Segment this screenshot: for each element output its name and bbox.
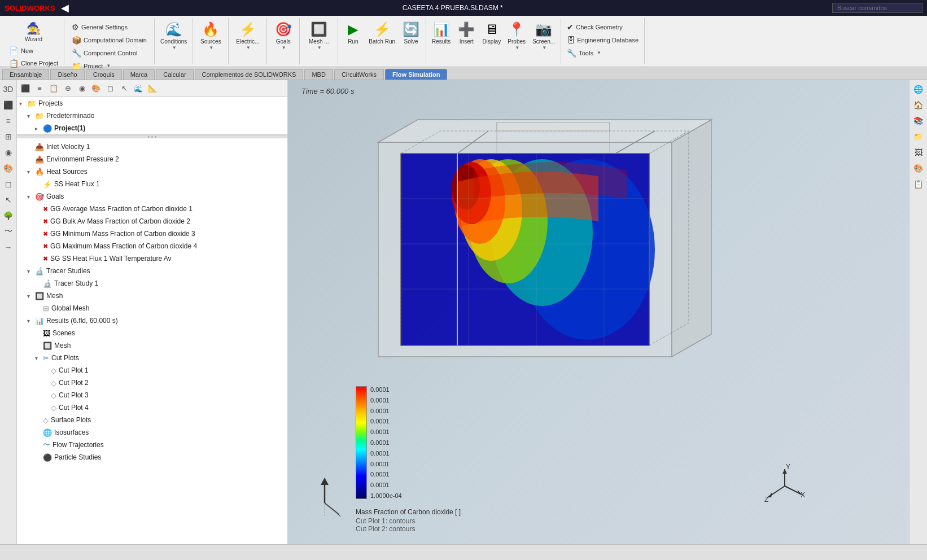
- tree-item-gg-min[interactable]: ✖ GG Minimum Mass Fraction of Carbon dio…: [17, 228, 287, 240]
- tree-item-surface-plots[interactable]: ◇ Surface Plots: [17, 414, 287, 426]
- results-button[interactable]: 📊 Results: [430, 20, 453, 46]
- search-input[interactable]: [832, 3, 922, 13]
- tab-flow-simulation[interactable]: Flow Simulation: [385, 69, 447, 80]
- tree-item-goals[interactable]: ▾ 🎯 Goals: [17, 190, 287, 203]
- toolbar-icon-4[interactable]: ⊕: [62, 82, 74, 95]
- tree-item-flow-trajectories[interactable]: 〜 Flow Trajectories: [17, 439, 287, 451]
- tree-item-mesh[interactable]: ▾ 🔲 Mesh: [17, 290, 287, 302]
- tree-item-ss-heat-flux[interactable]: ⚡ SS Heat Flux 1: [17, 178, 287, 190]
- tree-item-cut-plot1[interactable]: ◇ Cut Plot 1: [17, 364, 287, 377]
- tree-item-mesh-results[interactable]: 🔲 Mesh: [17, 339, 287, 352]
- tree-item-cut-plots[interactable]: ▾ ✂ Cut Plots: [17, 352, 287, 364]
- toolbar-icon-2[interactable]: ≡: [33, 82, 46, 95]
- tab-ensamblaje[interactable]: Ensamblaje: [2, 69, 49, 80]
- paint-icon[interactable]: 🎨: [2, 161, 15, 175]
- insert-button[interactable]: ➕ Insert: [455, 20, 478, 46]
- new-button[interactable]: 📄 New: [7, 45, 60, 56]
- tree-item-tracer-study1[interactable]: 🔬 Tracer Study 1: [17, 277, 287, 290]
- tab-marca[interactable]: Marca: [123, 69, 155, 80]
- predeterminado-expander: ▾: [27, 113, 35, 119]
- tree-item-cut-plot4[interactable]: ◇ Cut Plot 4: [17, 401, 287, 414]
- grid-icon[interactable]: ⊞: [2, 130, 15, 143]
- goals-button[interactable]: 🎯 Goals ▼: [270, 20, 296, 51]
- rs-paint-icon[interactable]: 🎨: [912, 161, 925, 175]
- general-settings-button[interactable]: ⚙ General Settings: [69, 21, 149, 33]
- toolbar-icon-6[interactable]: 🎨: [90, 82, 102, 95]
- wave-icon[interactable]: 〜: [2, 225, 15, 238]
- tree-item-inlet-velocity1[interactable]: 📥 Inlet Velocity 1: [17, 141, 287, 153]
- 3d-view-icon[interactable]: 3D: [2, 82, 15, 96]
- tab-calcular[interactable]: Calcular: [156, 69, 193, 80]
- tools-button[interactable]: 🔧 Tools ▼: [565, 47, 641, 59]
- ribbon-group-mesh: 🔲 Mesh ... ▼: [300, 18, 338, 64]
- tab-diseno[interactable]: Diseño: [50, 69, 84, 80]
- display-button[interactable]: 🖥 Display: [480, 20, 503, 46]
- time-label: Time = 60.000 s: [301, 87, 354, 95]
- sources-button[interactable]: 🔥 Sources ▼: [196, 20, 225, 51]
- mesh-button[interactable]: 🔲 Mesh ... ▼: [303, 20, 334, 51]
- tree-icon[interactable]: 🌳: [2, 209, 15, 222]
- tab-mbd[interactable]: MBD: [304, 69, 333, 80]
- svg-text:X: X: [801, 491, 805, 499]
- check-geometry-button[interactable]: ✔ Check Geometry: [565, 21, 641, 33]
- layers-icon[interactable]: ≡: [2, 114, 15, 128]
- tree-item-project1[interactable]: ▸ 🔵 Project(1): [17, 122, 287, 134]
- component-control-button[interactable]: 🔧 Component Control: [69, 47, 149, 59]
- tree-item-isosurfaces[interactable]: 🌐 Isosurfaces: [17, 426, 287, 439]
- toolbar-icon-7[interactable]: ◻: [104, 82, 116, 95]
- tree-item-tracer-studies[interactable]: ▾ 🔬 Tracer Studies: [17, 265, 287, 277]
- run-button[interactable]: ▶ Run: [342, 20, 364, 46]
- ft-label: Flow Trajectories: [53, 441, 104, 449]
- probes-button[interactable]: 📍 Probes ▼: [505, 20, 528, 51]
- electric-button[interactable]: ⚡ Electric... ▼: [232, 20, 263, 51]
- clone-project-button[interactable]: 📋 Clone Project: [7, 58, 60, 69]
- toolbar-icon-9[interactable]: 🌊: [132, 82, 145, 95]
- gg-min-icon: ✖: [43, 230, 48, 238]
- toolbar-icon-5[interactable]: ◉: [76, 82, 88, 95]
- toolbar-icon-1[interactable]: ⬛: [19, 82, 32, 95]
- tree-item-projects[interactable]: ▾ 📁 Projects: [17, 97, 287, 110]
- tree-item-gg-max[interactable]: ✖ GG Maximum Mass Fraction of Carbon dio…: [17, 240, 287, 252]
- wizard-button[interactable]: 🧙 Wizard: [23, 20, 45, 44]
- tree-item-predeterminado[interactable]: ▾ 📁 Predeterminado: [17, 110, 287, 122]
- arrow-icon[interactable]: →: [2, 240, 15, 254]
- rs-table-icon[interactable]: 📋: [912, 177, 925, 191]
- rs-layers-icon[interactable]: 📚: [912, 114, 925, 128]
- tab-croquis[interactable]: Croquis: [86, 69, 122, 80]
- tree-item-cut-plot3[interactable]: ◇ Cut Plot 3: [17, 389, 287, 401]
- toolbar-icon-3[interactable]: 📋: [47, 82, 60, 95]
- tree-item-sg-ss[interactable]: ✖ SG SS Heat Flux 1 Wall Temperature Av: [17, 252, 287, 265]
- tree-item-global-mesh[interactable]: ⊞ Global Mesh: [17, 302, 287, 314]
- tree-item-gg-bulk[interactable]: ✖ GG Bulk Av Mass Fraction of Carbon dio…: [17, 215, 287, 228]
- tab-circuitworks[interactable]: CircuitWorks: [334, 69, 384, 80]
- engineering-db-button[interactable]: 🗄 Engineering Database: [565, 34, 641, 46]
- tree-item-results[interactable]: ▾ 📊 Results (6.fld, 60.000 s): [17, 314, 287, 327]
- tree-item-env-pressure[interactable]: 📤 Environment Pressure 2: [17, 153, 287, 165]
- rs-home-icon[interactable]: 🏠: [912, 98, 925, 112]
- sshf-icon: ⚡: [43, 180, 52, 189]
- conditions-button[interactable]: 🌊 Conditions ▼: [158, 20, 189, 51]
- computational-domain-button[interactable]: 📦 Computational Domain: [69, 34, 149, 46]
- rs-image-icon[interactable]: 🖼: [912, 146, 925, 159]
- tree-item-heat-sources[interactable]: ▾ 🔥 Heat Sources: [17, 165, 287, 178]
- ribbon-group-run: ▶ Run ⚡ Batch Run 🔄 Solve: [338, 18, 426, 64]
- iso-icon: 🌐: [43, 428, 52, 437]
- screen-button[interactable]: 📷 Screen... ▼: [530, 20, 557, 51]
- viewport[interactable]: Time = 60.000 s: [288, 80, 909, 544]
- circle-icon[interactable]: ◉: [2, 146, 15, 159]
- rs-folder-icon[interactable]: 📁: [912, 130, 925, 143]
- solve-button[interactable]: 🔄 Solve: [400, 20, 422, 46]
- tree-item-scenes[interactable]: 🖼 Scenes: [17, 327, 287, 339]
- tree-item-cut-plot2[interactable]: ◇ Cut Plot 2: [17, 377, 287, 389]
- batch-run-button[interactable]: ⚡ Batch Run: [366, 20, 397, 46]
- cursor-icon[interactable]: ↖: [2, 193, 15, 207]
- toolbar-icon-8[interactable]: ↖: [118, 82, 130, 95]
- view-cube-icon[interactable]: ⬛: [2, 98, 15, 112]
- toolbar-icon-10[interactable]: 📐: [146, 82, 159, 95]
- tree-item-particle-studies[interactable]: ⚫ Particle Studies: [17, 451, 287, 463]
- tree-item-gg-avg[interactable]: ✖ GG Average Mass Fraction of Carbon dio…: [17, 203, 287, 215]
- expand-btn[interactable]: ◀: [61, 2, 69, 14]
- tab-complementos[interactable]: Complementos de SOLIDWORKS: [195, 69, 304, 80]
- rs-globe-icon[interactable]: 🌐: [912, 82, 925, 96]
- shape-icon[interactable]: ◻: [2, 177, 15, 191]
